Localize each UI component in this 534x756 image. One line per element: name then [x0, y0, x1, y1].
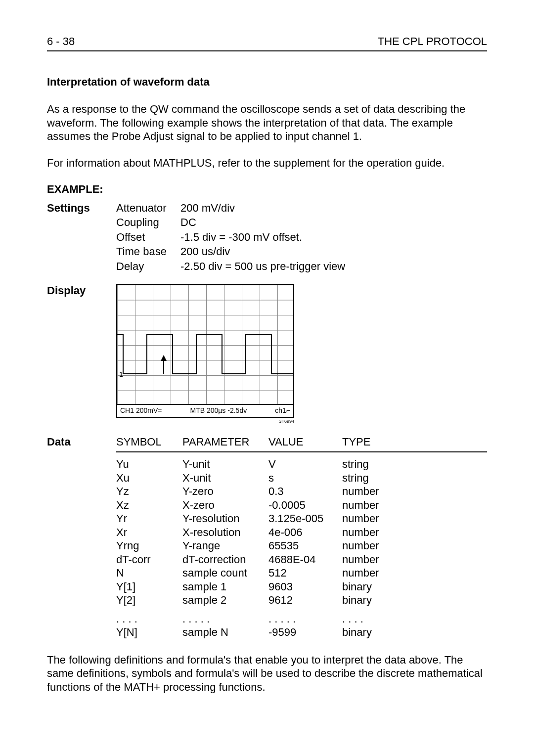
settings-block: Settings Attenuator200 mV/div CouplingDC…	[47, 201, 487, 273]
data-table: SYMBOL PARAMETER VALUE TYPE YuY-unitVstr…	[116, 435, 487, 639]
table-cell: Xz	[116, 498, 180, 512]
settings-label: Settings	[47, 201, 116, 215]
data-block: Data SYMBOL PARAMETER VALUE TYPE YuY-uni…	[47, 435, 487, 639]
table-cell: Xr	[116, 526, 180, 539]
table-row: dT-corrdT-correction4688E-04number	[116, 553, 487, 567]
table-cell: sample N	[182, 625, 267, 639]
table-cell: Y-resolution	[182, 512, 267, 526]
table-cell: Y-range	[182, 539, 267, 553]
table-cell: N	[116, 566, 180, 580]
waveform-icon	[117, 285, 293, 404]
table-cell: number	[342, 512, 401, 526]
col-parameter: PARAMETER	[182, 435, 267, 449]
display-block: Display 1– CH1 200mV= MTB 200µs -2.5dv c…	[47, 284, 487, 424]
table-row: Y[2]sample 29612binary	[116, 593, 487, 607]
settings-val: -2.50 div = 500 us pre-trigger view	[180, 260, 345, 273]
display-label: Display	[47, 284, 116, 298]
table-header: SYMBOL PARAMETER VALUE TYPE	[116, 435, 487, 449]
table-row: Nsample count512number	[116, 566, 487, 580]
table-cell: Yu	[116, 457, 180, 471]
table-row: YrY-resolution3.125e-005number	[116, 512, 487, 526]
settings-val: -1.5 div = -300 mV offset.	[180, 230, 345, 244]
col-value: VALUE	[268, 435, 340, 449]
table-cell: Y[N]	[116, 625, 180, 639]
table-cell: string	[342, 471, 401, 485]
table-cell: sample count	[182, 566, 267, 580]
table-cell: X-unit	[182, 471, 267, 485]
col-symbol: SYMBOL	[116, 435, 180, 449]
page-ref: 6 - 38	[47, 35, 75, 48]
table-row: YuY-unitVstring	[116, 457, 487, 471]
table-cell: number	[342, 485, 401, 498]
table-row: XrX-resolution4e-006number	[116, 526, 487, 539]
table-cell: X-zero	[182, 498, 267, 512]
readout-right: ch1⌐	[275, 406, 290, 415]
settings-table: Attenuator200 mV/div CouplingDC Offset-1…	[116, 201, 345, 273]
settings-key: Time base	[116, 245, 180, 259]
table-cell: Yr	[116, 512, 180, 526]
figure-id: ST6994	[116, 419, 294, 424]
settings-val: DC	[180, 216, 345, 229]
table-cell: Y-zero	[182, 485, 267, 498]
footer-paragraph: The following definitions and formula's …	[47, 653, 487, 694]
section-title: Interpretation of waveform data	[47, 75, 487, 89]
table-cell: binary	[342, 593, 401, 607]
table-cell: Yz	[116, 485, 180, 498]
table-cell: -0.0005	[268, 498, 340, 512]
readout-left: CH1 200mV=	[120, 406, 162, 415]
example-label: EXAMPLE:	[47, 182, 487, 196]
table-cell: s	[268, 471, 340, 485]
ch1-marker: 1–	[119, 370, 127, 379]
table-cell: . . . . .	[182, 612, 267, 626]
table-cell: . . . .	[342, 612, 401, 626]
table-cell: dT-correction	[182, 553, 267, 567]
settings-key: Delay	[116, 260, 180, 273]
table-cell: Yrng	[116, 539, 180, 553]
doc-title: THE CPL PROTOCOL	[378, 35, 487, 48]
table-cell: binary	[342, 625, 401, 639]
trigger-stem-icon	[163, 360, 164, 374]
table-cell: sample 1	[182, 580, 267, 594]
table-row: YrngY-range65535number	[116, 539, 487, 553]
table-cell: number	[342, 539, 401, 553]
table-cell: 4e-006	[268, 526, 340, 539]
settings-key: Offset	[116, 230, 180, 244]
page: 6 - 38 THE CPL PROTOCOL Interpretation o…	[0, 0, 534, 756]
table-row: XzX-zero-0.0005number	[116, 498, 487, 512]
table-cell: -9599	[268, 625, 340, 639]
scope-figure: 1– CH1 200mV= MTB 200µs -2.5dv ch1⌐ ST69…	[116, 284, 294, 424]
table-cell: 0.3	[268, 485, 340, 498]
table-row: Y[N]sample N-9599binary	[116, 625, 487, 639]
table-cell: dT-corr	[116, 553, 180, 567]
table-cell: Y[2]	[116, 593, 180, 607]
table-row: Y[1]sample 19603binary	[116, 580, 487, 594]
data-label: Data	[47, 435, 116, 449]
table-cell: number	[342, 566, 401, 580]
table-row: YzY-zero0.3number	[116, 485, 487, 498]
table-cell: number	[342, 526, 401, 539]
intro-paragraph-2: For information about MATHPLUS, refer to…	[47, 156, 487, 170]
table-cell: 9603	[268, 580, 340, 594]
table-cell: . . . .	[116, 612, 180, 626]
page-header: 6 - 38 THE CPL PROTOCOL	[47, 35, 487, 51]
table-cell: 512	[268, 566, 340, 580]
intro-paragraph-1: As a response to the QW command the osci…	[47, 102, 487, 143]
table-cell: string	[342, 457, 401, 471]
table-cell: 65535	[268, 539, 340, 553]
settings-val: 200 mV/div	[180, 201, 345, 215]
table-cell: Y[1]	[116, 580, 180, 594]
table-cell: 9612	[268, 593, 340, 607]
table-cell: Xu	[116, 471, 180, 485]
table-cell: binary	[342, 580, 401, 594]
table-cell: 4688E-04	[268, 553, 340, 567]
table-cell: sample 2	[182, 593, 267, 607]
table-cell: number	[342, 498, 401, 512]
table-cell: number	[342, 553, 401, 567]
table-cell: 3.125e-005	[268, 512, 340, 526]
table-rule	[116, 451, 487, 452]
settings-val: 200 us/div	[180, 245, 345, 259]
settings-key: Attenuator	[116, 201, 180, 215]
table-cell: . . . . .	[268, 612, 340, 626]
table-cell: X-resolution	[182, 526, 267, 539]
table-row: XuX-unitsstring	[116, 471, 487, 485]
